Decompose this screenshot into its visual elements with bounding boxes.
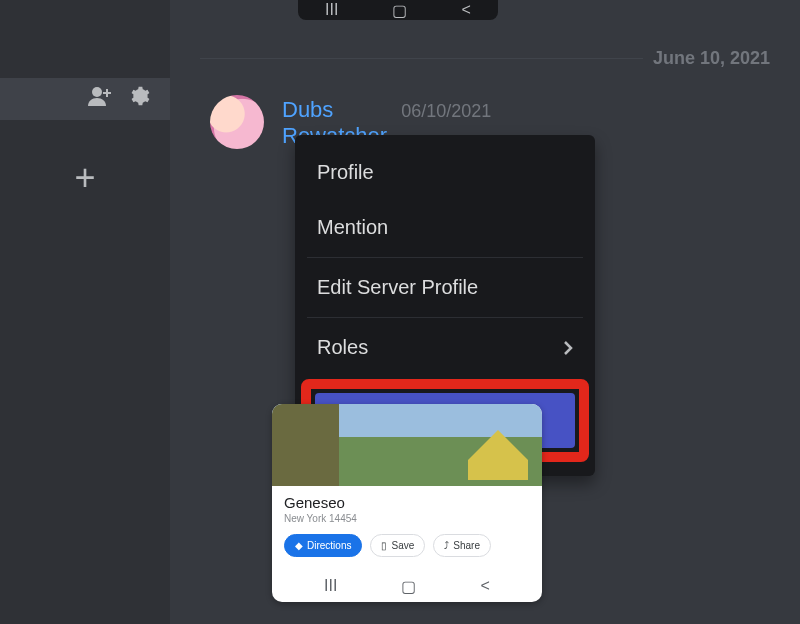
nav-back-icon: < (481, 577, 490, 596)
ctx-edit-server-profile[interactable]: Edit Server Profile (295, 260, 595, 315)
phone-nav-fragment: III ▢ < (298, 0, 498, 20)
embed-photo (272, 404, 542, 486)
avatar[interactable] (210, 95, 264, 149)
share-icon: ⤴ (444, 540, 449, 551)
directions-button[interactable]: ◆ Directions (284, 534, 362, 557)
ctx-profile[interactable]: Profile (295, 145, 595, 200)
chevron-right-icon (563, 341, 573, 355)
date-divider-label: June 10, 2021 (643, 48, 770, 69)
nav-back-icon: < (462, 1, 471, 19)
sidebar: + (0, 0, 170, 624)
add-member-icon[interactable] (88, 86, 112, 106)
nav-recent-icon: III (325, 1, 338, 19)
ctx-mention[interactable]: Mention (295, 200, 595, 255)
ctx-separator (307, 257, 583, 258)
nav-home-icon: ▢ (401, 577, 416, 596)
embed-title: Geneseo (284, 494, 530, 511)
add-server-button[interactable]: + (0, 160, 170, 196)
embed-subtitle: New York 14454 (284, 513, 530, 524)
svg-point-0 (92, 87, 102, 97)
ctx-roles-label: Roles (317, 336, 368, 359)
message-timestamp: 06/10/2021 (401, 101, 491, 122)
main-pane: III ▢ < June 10, 2021 Dubs Rewatcher 06/… (170, 0, 800, 624)
embed-card[interactable]: Geneseo New York 14454 ◆ Directions ▯ Sa… (272, 404, 542, 602)
directions-label: Directions (307, 540, 351, 551)
ctx-separator (307, 317, 583, 318)
nav-home-icon: ▢ (392, 1, 407, 20)
share-button[interactable]: ⤴ Share (433, 534, 491, 557)
svg-rect-2 (103, 92, 111, 94)
diamond-icon: ◆ (295, 540, 303, 551)
bookmark-icon: ▯ (381, 540, 387, 551)
ctx-roles[interactable]: Roles (295, 320, 595, 375)
share-label: Share (453, 540, 480, 551)
save-button[interactable]: ▯ Save (370, 534, 425, 557)
embed-nav: III ▢ < (272, 567, 542, 602)
gear-icon[interactable] (128, 85, 150, 107)
nav-recent-icon: III (324, 577, 337, 596)
save-label: Save (391, 540, 414, 551)
